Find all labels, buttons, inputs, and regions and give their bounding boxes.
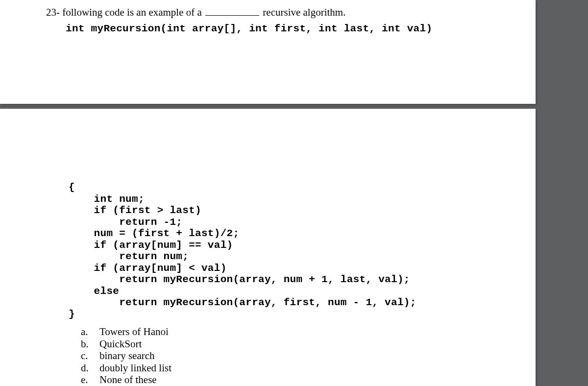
option-e: e. None of these [81, 374, 172, 386]
option-letter: b. [81, 338, 99, 350]
option-text: Towers of Hanoi [99, 326, 169, 338]
option-text: doubly linked list [99, 362, 172, 374]
question-text: 23- following code is an example of a re… [46, 6, 345, 19]
option-letter: c. [81, 350, 99, 362]
option-a: a. Towers of Hanoi [81, 326, 172, 338]
option-b: b. QuickSort [81, 338, 172, 350]
option-d: d. doubly linked list [81, 362, 172, 374]
fill-in-blank [205, 6, 259, 16]
option-letter: e. [81, 374, 99, 386]
option-letter: d. [81, 362, 99, 374]
document-page-lower: { int num; if (first > last) return -1; … [0, 109, 536, 386]
option-text: QuickSort [99, 338, 142, 350]
code-body: { int num; if (first > last) return -1; … [69, 182, 416, 320]
option-text: None of these [99, 374, 157, 386]
option-c: c. binary search [81, 350, 172, 362]
code-signature: int myRecursion(int array[], int first, … [66, 23, 432, 34]
question-number: 23- [46, 6, 60, 18]
answer-options: a. Towers of Hanoi b. QuickSort c. binar… [81, 326, 172, 386]
document-page-upper: 23- following code is an example of a re… [0, 0, 536, 104]
option-letter: a. [81, 326, 99, 338]
option-text: binary search [99, 350, 155, 362]
question-after-blank: recursive algorithm. [260, 6, 345, 18]
question-before-blank: following code is an example of a [62, 6, 204, 18]
